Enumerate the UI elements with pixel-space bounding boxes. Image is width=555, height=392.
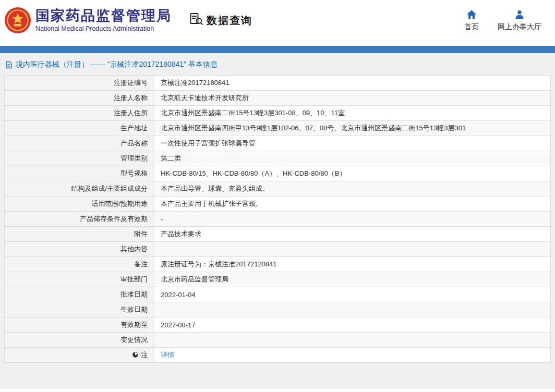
row-label: 其他内容 (5, 242, 154, 257)
table-row: 产品名称一次性使用子宫颈扩张球囊导管 (5, 136, 551, 151)
table-row: 结构及组成/主要组成成分本产品由导管、球囊、充盈头组成。 (5, 181, 551, 197)
table-row: 变更情况 (5, 333, 551, 348)
table-row: 产品储存条件及有效期- (5, 212, 551, 227)
table-row: 备注原注册证号为：京械注准20172120841 (5, 257, 551, 272)
row-value: 产品技术要求 (154, 227, 551, 242)
table-row: 附件产品技术要求 (5, 227, 551, 242)
national-emblem-icon (4, 7, 31, 34)
row-value: 北京市通州区景盛南二街15号13幢3层301-08、09、10、11室 (154, 106, 551, 121)
row-label: 有效期至 (5, 317, 154, 333)
data-query-tab[interactable]: 数据查询 (189, 12, 252, 29)
info-table: 注册证编号京械注准20172180841注册人名称北京航天卡迪技术开发研究所注册… (4, 75, 551, 363)
row-label: 备注 (5, 257, 154, 272)
row-label: 附件 (5, 227, 154, 242)
detail-link[interactable]: 详情 (161, 351, 174, 359)
row-label: 注 (5, 348, 154, 363)
row-value: 北京航天卡迪技术开发研究所 (154, 91, 551, 106)
top-nav: 首页 网上办事大厅 (464, 9, 541, 32)
row-value: HK-CDB-80/15、HK-CDB-80/80（A）、HK-CDB-80/8… (154, 166, 551, 181)
table-row: 审批部门北京市药品监督管理局 (5, 272, 551, 287)
user-icon (514, 9, 525, 20)
table-row: 注册证编号京械注准20172180841 (5, 76, 551, 91)
breadcrumb-text: 境内医疗器械（注册） —— “京械注准20172180841” 基本信息 (16, 60, 218, 69)
row-label: 生效日期 (5, 302, 154, 317)
data-query-icon (189, 12, 203, 29)
blue-divider-bar (0, 46, 555, 53)
main-content: 境内医疗器械（注册） —— “京械注准20172180841” 基本信息 注册证… (0, 53, 555, 389)
table-row: 注册人名称北京航天卡迪技术开发研究所 (5, 91, 551, 106)
table-row: 注详情 (5, 348, 551, 363)
table-row: 其他内容 (5, 242, 551, 257)
row-label: 适用范围/预期用途 (5, 197, 154, 212)
table-row: 适用范围/预期用途本产品主要用于机械扩张子宫颈。 (5, 197, 551, 212)
document-icon (5, 61, 13, 69)
row-value: 一次性使用子宫颈扩张球囊导管 (154, 136, 551, 151)
nav-home[interactable]: 首页 (464, 9, 479, 32)
row-label: 变更情况 (5, 333, 154, 348)
table-row: 有效期至2027-08-17 (5, 317, 551, 333)
row-value: 北京市通州区景盛南四街甲13号9幢1层102-06、07、08号、北京市通州区景… (154, 121, 551, 136)
row-label: 注册人名称 (5, 91, 154, 106)
brand-text: 国家药品监督管理局 National Medical Products Admi… (35, 8, 172, 33)
table-row: 型号规格HK-CDB-80/15、HK-CDB-80/80（A）、HK-CDB-… (5, 166, 551, 181)
row-value: - (154, 212, 551, 227)
note-icon (132, 352, 138, 358)
row-value: 详情 (154, 348, 551, 363)
row-value: 本产品由导管、球囊、充盈头组成。 (154, 181, 551, 197)
row-value: 京械注准20172180841 (154, 76, 551, 91)
row-value: 原注册证号为：京械注准20172120841 (154, 257, 551, 272)
table-row: 管理类别第二类 (5, 151, 551, 166)
agency-title: 国家药品监督管理局 (35, 8, 172, 24)
row-value: 2027-08-17 (154, 317, 551, 333)
brand: 国家药品监督管理局 National Medical Products Admi… (4, 7, 172, 34)
row-value: 第二类 (154, 151, 551, 166)
row-value: 2022-01-04 (154, 287, 551, 302)
row-label: 注册人住所 (5, 106, 154, 121)
table-row: 注册人住所北京市通州区景盛南二街15号13幢3层301-08、09、10、11室 (5, 106, 551, 121)
row-label: 产品储存条件及有效期 (5, 212, 154, 227)
nav-home-label: 首页 (464, 22, 479, 32)
row-value (154, 302, 551, 317)
home-icon (466, 9, 477, 20)
row-value (154, 242, 551, 257)
row-value: 本产品主要用于机械扩张子宫颈。 (154, 197, 551, 212)
row-label: 管理类别 (5, 151, 154, 166)
row-label: 批准日期 (5, 287, 154, 302)
row-value: 北京市药品监督管理局 (154, 272, 551, 287)
agency-subtitle: National Medical Products Administration (35, 25, 172, 32)
nav-service-hall[interactable]: 网上办事大厅 (498, 9, 541, 32)
row-label: 生产地址 (5, 121, 154, 136)
row-label: 结构及组成/主要组成成分 (5, 181, 154, 197)
info-table-body: 注册证编号京械注准20172180841注册人名称北京航天卡迪技术开发研究所注册… (5, 76, 551, 363)
row-label: 型号规格 (5, 166, 154, 181)
table-row: 批准日期2022-01-04 (5, 287, 551, 302)
row-label: 产品名称 (5, 136, 154, 151)
data-query-label: 数据查询 (207, 14, 252, 28)
page: 国家药品监督管理局 National Medical Products Admi… (0, 0, 555, 389)
breadcrumb: 境内医疗器械（注册） —— “京械注准20172180841” 基本信息 (4, 57, 551, 75)
table-row: 生产地址北京市通州区景盛南四街甲13号9幢1层102-06、07、08号、北京市… (5, 121, 551, 136)
row-label: 注册证编号 (5, 76, 154, 91)
table-row: 生效日期 (5, 302, 551, 317)
row-value (154, 333, 551, 348)
nav-service-hall-label: 网上办事大厅 (498, 22, 541, 32)
site-header: 国家药品监督管理局 National Medical Products Admi… (0, 0, 555, 46)
row-label: 审批部门 (5, 272, 154, 287)
